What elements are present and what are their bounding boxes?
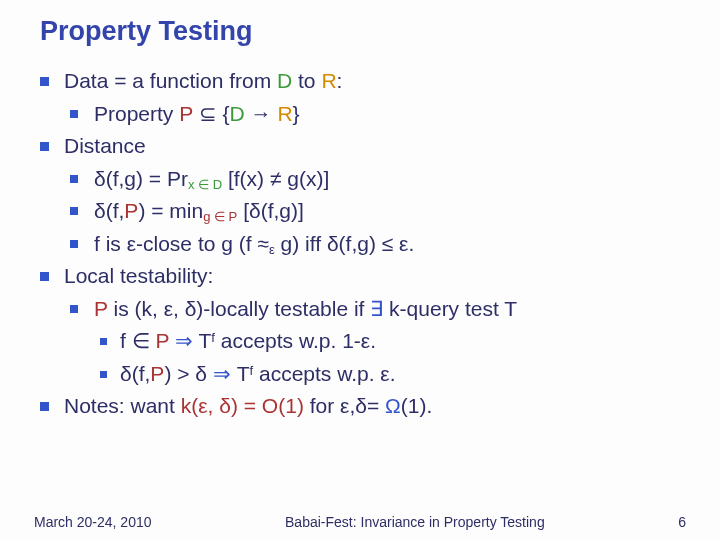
footer-title: Babai-Fest: Invariance in Property Testi…	[285, 514, 545, 530]
item-testable-def: P is (k, ε, δ)-locally testable if ∃ k-q…	[64, 293, 686, 391]
text: k-query test T	[383, 297, 517, 320]
text: :	[337, 69, 343, 92]
text: Property	[94, 102, 179, 125]
item-accept-no: δ(f,P) > δ ⇒ Tf accepts w.p. ε.	[94, 358, 686, 391]
text: Distance	[64, 134, 146, 157]
text: T	[237, 362, 250, 385]
item-delta-fg: δ(f,g) = Prx ∈ D [f(x) ≠ g(x)]	[64, 163, 686, 196]
implies-icon: ⇒	[213, 362, 237, 385]
slide: Property Testing Data = a function from …	[0, 0, 720, 540]
text: g) iff δ(f,g) ≤ ε.	[275, 232, 415, 255]
item-property: Property P ⊆ {D → R}	[64, 98, 686, 131]
text: f is ε-close to g (f ≈	[94, 232, 269, 255]
text: Notes: want	[64, 394, 181, 417]
exists-icon: ∃	[370, 297, 383, 320]
text: [δ(f,g)]	[237, 199, 304, 222]
set-r: R	[277, 102, 292, 125]
text: to	[292, 69, 321, 92]
text: f ∈	[120, 329, 156, 352]
footer: March 20-24, 2010 Babai-Fest: Invariance…	[0, 514, 720, 530]
arrow-icon: →	[245, 102, 278, 125]
set-d: D	[277, 69, 292, 92]
text: Data = a function from	[64, 69, 277, 92]
text: δ(f,	[120, 362, 150, 385]
text: accepts w.p. ε.	[253, 362, 395, 385]
text: for ε,δ=	[304, 394, 385, 417]
slide-number: 6	[678, 514, 686, 530]
slide-title: Property Testing	[40, 16, 686, 47]
set-p: P	[179, 102, 193, 125]
item-accept-yes: f ∈ P ⇒ Tf accepts w.p. 1-ε.	[94, 325, 686, 358]
item-delta-fp: δ(f,P) = ming ∈ P [δ(f,g)]	[64, 195, 686, 228]
text: is (k, ε, δ)-locally testable if	[108, 297, 371, 320]
set-p: P	[150, 362, 164, 385]
set-d: D	[230, 102, 245, 125]
text: Local testability:	[64, 264, 213, 287]
item-distance: Distance δ(f,g) = Prx ∈ D [f(x) ≠ g(x)] …	[34, 130, 686, 260]
text: δ(f,	[94, 199, 124, 222]
text: }	[293, 102, 300, 125]
footer-date: March 20-24, 2010	[34, 514, 152, 530]
text: [f(x) ≠ g(x)]	[222, 167, 329, 190]
item-local-testability: Local testability: P is (k, ε, δ)-locall…	[34, 260, 686, 390]
text: ) = min	[138, 199, 203, 222]
text: T	[198, 329, 211, 352]
set-p: P	[156, 329, 170, 352]
item-notes: Notes: want k(ε, δ) = O(1) for ε,δ= Ω(1)…	[34, 390, 686, 423]
text: accepts w.p. 1-ε.	[215, 329, 376, 352]
complexity: k(ε, δ) = O(1)	[181, 394, 304, 417]
bullet-list: Data = a function from D to R: Property …	[34, 65, 686, 423]
text: ⊆ {	[193, 102, 230, 125]
text: (1).	[401, 394, 433, 417]
set-p: P	[124, 199, 138, 222]
text: δ(f,g) = Pr	[94, 167, 188, 190]
set-r: R	[321, 69, 336, 92]
implies-icon: ⇒	[169, 329, 198, 352]
subscript: g ∈ P	[203, 209, 237, 224]
item-data: Data = a function from D to R: Property …	[34, 65, 686, 130]
set-p: P	[94, 297, 108, 320]
text: ) > δ	[164, 362, 212, 385]
item-eps-close: f is ε-close to g (f ≈ε g) iff δ(f,g) ≤ …	[64, 228, 686, 261]
omega-icon: Ω	[385, 394, 401, 417]
subscript: x ∈ D	[188, 177, 222, 192]
